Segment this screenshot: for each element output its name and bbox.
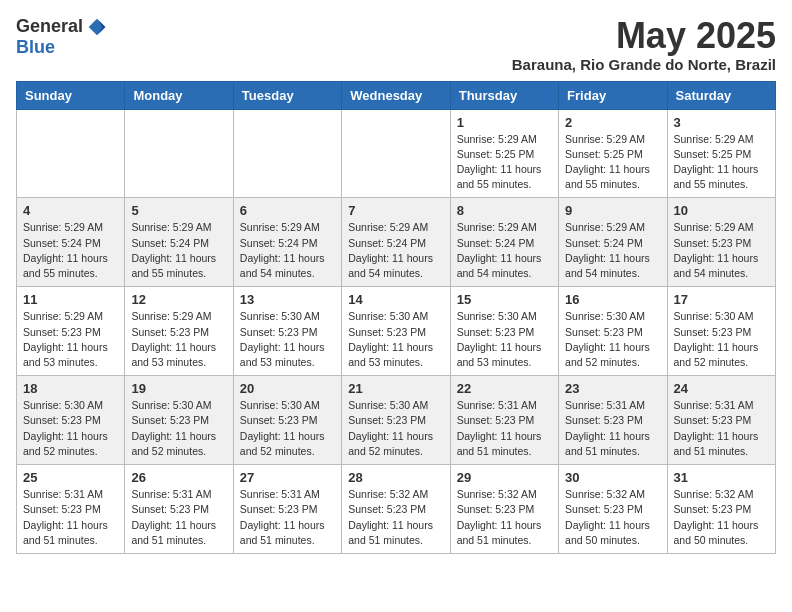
- table-row: 7Sunrise: 5:29 AMSunset: 5:24 PMDaylight…: [342, 198, 450, 287]
- table-row: 3Sunrise: 5:29 AMSunset: 5:25 PMDaylight…: [667, 109, 775, 198]
- day-info: Sunrise: 5:29 AMSunset: 5:24 PMDaylight:…: [565, 220, 660, 281]
- table-row: 6Sunrise: 5:29 AMSunset: 5:24 PMDaylight…: [233, 198, 341, 287]
- day-number: 12: [131, 292, 226, 307]
- header: General Blue May 2025 Barauna, Rio Grand…: [16, 16, 776, 73]
- table-row: 25Sunrise: 5:31 AMSunset: 5:23 PMDayligh…: [17, 465, 125, 554]
- day-number: 22: [457, 381, 552, 396]
- day-number: 16: [565, 292, 660, 307]
- day-number: 1: [457, 115, 552, 130]
- day-info: Sunrise: 5:29 AMSunset: 5:24 PMDaylight:…: [23, 220, 118, 281]
- day-info: Sunrise: 5:30 AMSunset: 5:23 PMDaylight:…: [23, 398, 118, 459]
- day-info: Sunrise: 5:32 AMSunset: 5:23 PMDaylight:…: [674, 487, 769, 548]
- table-row: 10Sunrise: 5:29 AMSunset: 5:23 PMDayligh…: [667, 198, 775, 287]
- day-number: 11: [23, 292, 118, 307]
- logo-icon: [87, 17, 107, 37]
- day-number: 5: [131, 203, 226, 218]
- table-row: 28Sunrise: 5:32 AMSunset: 5:23 PMDayligh…: [342, 465, 450, 554]
- day-number: 28: [348, 470, 443, 485]
- table-row: 5Sunrise: 5:29 AMSunset: 5:24 PMDaylight…: [125, 198, 233, 287]
- header-wednesday: Wednesday: [342, 81, 450, 109]
- table-row: [17, 109, 125, 198]
- calendar-week-row: 18Sunrise: 5:30 AMSunset: 5:23 PMDayligh…: [17, 376, 776, 465]
- day-number: 17: [674, 292, 769, 307]
- day-info: Sunrise: 5:31 AMSunset: 5:23 PMDaylight:…: [23, 487, 118, 548]
- table-row: 16Sunrise: 5:30 AMSunset: 5:23 PMDayligh…: [559, 287, 667, 376]
- day-info: Sunrise: 5:29 AMSunset: 5:24 PMDaylight:…: [457, 220, 552, 281]
- table-row: 22Sunrise: 5:31 AMSunset: 5:23 PMDayligh…: [450, 376, 558, 465]
- day-number: 20: [240, 381, 335, 396]
- day-info: Sunrise: 5:30 AMSunset: 5:23 PMDaylight:…: [131, 398, 226, 459]
- table-row: [233, 109, 341, 198]
- day-info: Sunrise: 5:29 AMSunset: 5:25 PMDaylight:…: [457, 132, 552, 193]
- header-friday: Friday: [559, 81, 667, 109]
- day-number: 26: [131, 470, 226, 485]
- header-tuesday: Tuesday: [233, 81, 341, 109]
- table-row: 17Sunrise: 5:30 AMSunset: 5:23 PMDayligh…: [667, 287, 775, 376]
- table-row: 21Sunrise: 5:30 AMSunset: 5:23 PMDayligh…: [342, 376, 450, 465]
- title-section: May 2025 Barauna, Rio Grande do Norte, B…: [512, 16, 776, 73]
- day-info: Sunrise: 5:29 AMSunset: 5:23 PMDaylight:…: [23, 309, 118, 370]
- calendar-week-row: 11Sunrise: 5:29 AMSunset: 5:23 PMDayligh…: [17, 287, 776, 376]
- day-number: 21: [348, 381, 443, 396]
- day-info: Sunrise: 5:29 AMSunset: 5:24 PMDaylight:…: [131, 220, 226, 281]
- table-row: 18Sunrise: 5:30 AMSunset: 5:23 PMDayligh…: [17, 376, 125, 465]
- day-info: Sunrise: 5:29 AMSunset: 5:25 PMDaylight:…: [674, 132, 769, 193]
- table-row: 2Sunrise: 5:29 AMSunset: 5:25 PMDaylight…: [559, 109, 667, 198]
- day-number: 6: [240, 203, 335, 218]
- day-info: Sunrise: 5:29 AMSunset: 5:23 PMDaylight:…: [131, 309, 226, 370]
- day-number: 3: [674, 115, 769, 130]
- day-info: Sunrise: 5:31 AMSunset: 5:23 PMDaylight:…: [565, 398, 660, 459]
- header-sunday: Sunday: [17, 81, 125, 109]
- table-row: 29Sunrise: 5:32 AMSunset: 5:23 PMDayligh…: [450, 465, 558, 554]
- day-number: 23: [565, 381, 660, 396]
- calendar-header-row: Sunday Monday Tuesday Wednesday Thursday…: [17, 81, 776, 109]
- table-row: 30Sunrise: 5:32 AMSunset: 5:23 PMDayligh…: [559, 465, 667, 554]
- day-info: Sunrise: 5:29 AMSunset: 5:24 PMDaylight:…: [240, 220, 335, 281]
- day-number: 24: [674, 381, 769, 396]
- day-info: Sunrise: 5:30 AMSunset: 5:23 PMDaylight:…: [240, 309, 335, 370]
- day-info: Sunrise: 5:30 AMSunset: 5:23 PMDaylight:…: [348, 398, 443, 459]
- month-title: May 2025: [512, 16, 776, 56]
- day-info: Sunrise: 5:31 AMSunset: 5:23 PMDaylight:…: [674, 398, 769, 459]
- table-row: 9Sunrise: 5:29 AMSunset: 5:24 PMDaylight…: [559, 198, 667, 287]
- table-row: 15Sunrise: 5:30 AMSunset: 5:23 PMDayligh…: [450, 287, 558, 376]
- table-row: 11Sunrise: 5:29 AMSunset: 5:23 PMDayligh…: [17, 287, 125, 376]
- day-info: Sunrise: 5:30 AMSunset: 5:23 PMDaylight:…: [240, 398, 335, 459]
- day-info: Sunrise: 5:30 AMSunset: 5:23 PMDaylight:…: [565, 309, 660, 370]
- day-info: Sunrise: 5:32 AMSunset: 5:23 PMDaylight:…: [348, 487, 443, 548]
- logo: General Blue: [16, 16, 107, 58]
- day-number: 31: [674, 470, 769, 485]
- table-row: 1Sunrise: 5:29 AMSunset: 5:25 PMDaylight…: [450, 109, 558, 198]
- header-saturday: Saturday: [667, 81, 775, 109]
- day-info: Sunrise: 5:31 AMSunset: 5:23 PMDaylight:…: [457, 398, 552, 459]
- table-row: 19Sunrise: 5:30 AMSunset: 5:23 PMDayligh…: [125, 376, 233, 465]
- calendar-week-row: 25Sunrise: 5:31 AMSunset: 5:23 PMDayligh…: [17, 465, 776, 554]
- table-row: 26Sunrise: 5:31 AMSunset: 5:23 PMDayligh…: [125, 465, 233, 554]
- table-row: 13Sunrise: 5:30 AMSunset: 5:23 PMDayligh…: [233, 287, 341, 376]
- day-info: Sunrise: 5:31 AMSunset: 5:23 PMDaylight:…: [131, 487, 226, 548]
- day-info: Sunrise: 5:30 AMSunset: 5:23 PMDaylight:…: [457, 309, 552, 370]
- logo-blue-text: Blue: [16, 37, 55, 58]
- day-number: 14: [348, 292, 443, 307]
- day-number: 18: [23, 381, 118, 396]
- day-info: Sunrise: 5:29 AMSunset: 5:24 PMDaylight:…: [348, 220, 443, 281]
- day-number: 19: [131, 381, 226, 396]
- day-number: 25: [23, 470, 118, 485]
- day-number: 29: [457, 470, 552, 485]
- day-number: 13: [240, 292, 335, 307]
- table-row: 12Sunrise: 5:29 AMSunset: 5:23 PMDayligh…: [125, 287, 233, 376]
- day-info: Sunrise: 5:31 AMSunset: 5:23 PMDaylight:…: [240, 487, 335, 548]
- day-number: 7: [348, 203, 443, 218]
- table-row: 14Sunrise: 5:30 AMSunset: 5:23 PMDayligh…: [342, 287, 450, 376]
- location: Barauna, Rio Grande do Norte, Brazil: [512, 56, 776, 73]
- day-number: 8: [457, 203, 552, 218]
- table-row: [125, 109, 233, 198]
- day-number: 2: [565, 115, 660, 130]
- day-number: 15: [457, 292, 552, 307]
- table-row: [342, 109, 450, 198]
- page-wrapper: General Blue May 2025 Barauna, Rio Grand…: [16, 16, 776, 554]
- calendar: Sunday Monday Tuesday Wednesday Thursday…: [16, 81, 776, 554]
- day-info: Sunrise: 5:29 AMSunset: 5:23 PMDaylight:…: [674, 220, 769, 281]
- table-row: 4Sunrise: 5:29 AMSunset: 5:24 PMDaylight…: [17, 198, 125, 287]
- table-row: 23Sunrise: 5:31 AMSunset: 5:23 PMDayligh…: [559, 376, 667, 465]
